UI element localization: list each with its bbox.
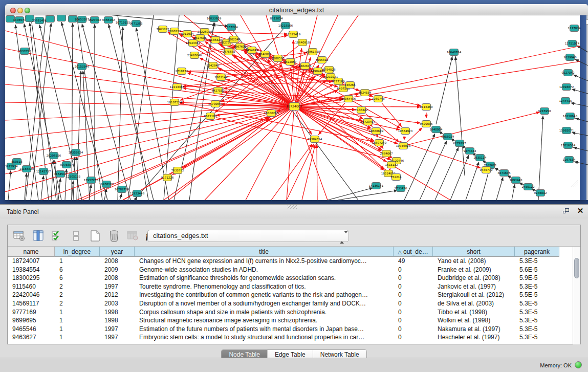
table-cell[interactable]: 5.3E-5 xyxy=(515,282,559,291)
network-edge[interactable] xyxy=(89,184,92,200)
table-row[interactable]: 1456911722003Disruption of a novel membe… xyxy=(8,299,573,308)
network-node[interactable]: 9975857 xyxy=(60,162,73,168)
table-cell[interactable]: Changes of HCN gene expression and I(f) … xyxy=(135,257,394,266)
table-cell[interactable]: 5.3E-5 xyxy=(515,316,559,325)
network-edge[interactable] xyxy=(573,75,588,81)
network-node[interactable]: 9699695 xyxy=(420,121,433,127)
network-node[interactable]: 9171226 xyxy=(161,174,174,181)
network-node[interactable]: 1154519 xyxy=(54,171,67,178)
table-cell[interactable]: 2 xyxy=(55,282,100,291)
table-cell[interactable]: Dudbridge et al. (2008) xyxy=(433,274,515,282)
network-node[interactable]: 8813054 xyxy=(270,15,283,22)
table-cell[interactable]: Yano et al. (2008) xyxy=(433,257,515,266)
checkbox-column-icon[interactable] xyxy=(69,229,83,243)
network-edge[interactable] xyxy=(271,144,312,200)
table-cell[interactable]: 2009 xyxy=(100,266,135,274)
network-edge[interactable] xyxy=(571,102,588,106)
table-cell[interactable]: 1 xyxy=(55,257,100,266)
network-node[interactable]: 10688609 xyxy=(369,128,384,135)
table-cell[interactable]: 5.3E-5 xyxy=(515,257,559,266)
network-node[interactable]: 19958107 xyxy=(99,181,114,188)
network-node[interactable]: 6794028 xyxy=(323,67,336,73)
network-node[interactable]: 9245012 xyxy=(534,190,547,196)
table-cell[interactable]: 1 xyxy=(55,308,100,317)
table-cell[interactable]: 5.6E-5 xyxy=(515,266,559,274)
table-cell[interactable]: 2008 xyxy=(100,257,135,266)
table-row[interactable]: 1938455462009Genome-wide association stu… xyxy=(8,266,573,274)
table-cell[interactable]: 0 xyxy=(394,266,433,274)
network-edge[interactable] xyxy=(8,170,12,200)
table-cell[interactable]: 0 xyxy=(394,282,433,291)
network-edge[interactable] xyxy=(425,113,428,118)
network-node[interactable]: 6279197 xyxy=(453,140,466,147)
network-node[interactable]: 19218506 xyxy=(278,23,293,29)
network-node[interactable]: 12505135 xyxy=(66,173,81,180)
network-node[interactable]: 1733426 xyxy=(395,185,407,192)
table-row[interactable]: 946554611997Estimation of the future num… xyxy=(8,325,573,334)
table-cell[interactable]: 1997 xyxy=(100,282,135,291)
network-node[interactable]: 9227342 xyxy=(562,70,575,76)
network-edge[interactable] xyxy=(572,89,588,94)
table-cell[interactable]: Stergiakouli et al. (2012) xyxy=(433,291,515,299)
window-resize-grip[interactable] xyxy=(571,181,578,187)
select-all-rows-icon[interactable] xyxy=(50,229,64,243)
network-node[interactable]: 1080748 xyxy=(372,96,385,102)
network-canvas[interactable]: 1405571206914061065328715270029466162107… xyxy=(5,15,588,200)
table-cell[interactable]: 5.3E-5 xyxy=(515,299,559,308)
network-edge[interactable] xyxy=(420,141,447,200)
table-cell[interactable]: 5.5E-5 xyxy=(515,291,559,299)
network-node[interactable]: 9475685 xyxy=(223,49,235,55)
network-edge[interactable] xyxy=(302,144,316,200)
network-edge[interactable] xyxy=(246,106,294,200)
table-cell[interactable]: 0 xyxy=(394,333,433,342)
close-panel-icon[interactable]: ✕ xyxy=(576,207,584,215)
network-edge[interactable] xyxy=(573,147,588,151)
table-panel-titlebar[interactable]: Table Panel ✕ xyxy=(0,205,588,218)
network-node[interactable]: 746266 xyxy=(344,82,356,89)
network-node[interactable]: 8471676 xyxy=(498,170,511,177)
network-node[interactable]: 1117034 xyxy=(568,25,581,32)
network-edge[interactable] xyxy=(81,24,130,200)
table-cell[interactable]: 0 xyxy=(394,291,433,299)
network-edge[interactable] xyxy=(108,24,154,200)
network-edge[interactable] xyxy=(404,134,435,200)
network-edge[interactable] xyxy=(512,184,516,200)
network-edge[interactable] xyxy=(454,56,465,176)
table-cell[interactable]: Tibbo et al. (1998) xyxy=(433,308,515,317)
network-node[interactable]: 17957253 xyxy=(84,177,99,184)
scrollbar-thumb[interactable] xyxy=(574,258,579,278)
network-edge[interactable] xyxy=(466,162,480,200)
table-cell[interactable]: 0 xyxy=(394,308,433,317)
table-cell[interactable]: Franke et al. (2009) xyxy=(433,266,515,274)
table-cell[interactable]: Hescheler et al. (1997) xyxy=(433,333,515,342)
table-cell[interactable]: 49 xyxy=(394,257,433,266)
network-node[interactable]: 8427552 xyxy=(212,87,225,94)
table-cell[interactable]: 2003 xyxy=(100,299,135,308)
table-cell[interactable]: 1 xyxy=(55,325,100,334)
network-edge[interactable] xyxy=(572,132,588,136)
network-edge[interactable] xyxy=(5,106,294,192)
network-edge[interactable] xyxy=(118,15,148,200)
table-row[interactable]: 969969511998Structural magnetic resonanc… xyxy=(8,316,573,325)
column-header-title[interactable]: title xyxy=(135,247,394,257)
table-cell[interactable]: 1997 xyxy=(100,333,135,342)
network-node[interactable]: 2803144 xyxy=(215,74,228,81)
network-node[interactable]: 9129946 xyxy=(564,54,577,61)
table-row[interactable]: 1872400712008Changes of HCN gene express… xyxy=(8,257,573,266)
table-cell[interactable]: 5.3E-5 xyxy=(515,325,559,334)
network-edge[interactable] xyxy=(496,177,504,200)
network-edge[interactable] xyxy=(93,24,96,200)
column-header-year[interactable]: year xyxy=(100,247,135,257)
network-node[interactable]: 23226058 xyxy=(198,29,212,35)
table-cell[interactable]: 22420046 xyxy=(8,291,55,299)
table-row[interactable]: 2242004622012Investigating the contribut… xyxy=(8,291,573,299)
network-node[interactable]: 18640910 xyxy=(295,39,310,46)
column-header-short[interactable]: short xyxy=(433,247,515,257)
table-cell[interactable]: 0 xyxy=(394,299,433,308)
table-cell[interactable]: Estimation of the future numbers of pati… xyxy=(135,325,394,334)
network-node[interactable]: 19384554 xyxy=(308,136,322,143)
table-cell[interactable]: 0 xyxy=(394,325,433,334)
network-node[interactable]: 16033809 xyxy=(207,15,222,22)
table-cell[interactable]: Corpus callosum shape and size in male p… xyxy=(135,308,394,317)
network-node[interactable] xyxy=(57,15,66,21)
